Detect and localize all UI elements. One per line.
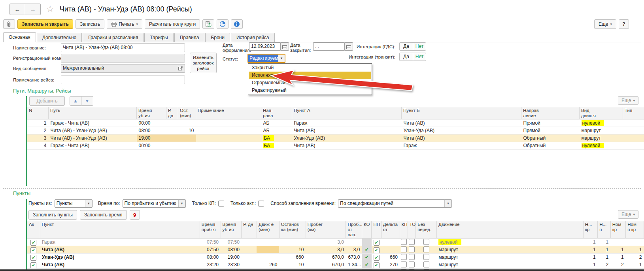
cell-to[interactable] (408, 246, 415, 254)
row-checkbox[interactable]: ✔ (374, 262, 380, 268)
calendar-icon-button[interactable] (280, 42, 289, 51)
cell-dep_time[interactable]: 00:00 (137, 119, 166, 127)
calc-semicircles-button[interactable]: Расчитать полу круги (145, 19, 200, 29)
trip-note-input[interactable] (61, 76, 185, 84)
date-open-input[interactable]: 12.09.2023 (249, 42, 280, 51)
cell-point_b[interactable]: Чита (АВ) (402, 119, 521, 127)
paths-row[interactable]: 1Гараж - Чита (АВ)00:00АБГаражЧита (АВ)П… (27, 119, 644, 127)
cell-r_dn[interactable] (166, 127, 178, 135)
cell-run_km[interactable]: 3,0 (306, 246, 346, 254)
cell-path[interactable]: Гараж - Чита (АВ) (49, 142, 137, 150)
cell-note[interactable] (196, 142, 261, 150)
chevron-down-icon[interactable]: ▾ (278, 55, 285, 62)
cell-bez[interactable] (416, 246, 437, 254)
cell-point_a[interactable]: Чита (АВ) (292, 142, 402, 150)
row-checkbox[interactable]: ✔ (374, 240, 380, 246)
cell-move_kind[interactable]: маршрут (580, 135, 623, 142)
cell-point_b[interactable]: Чита (АВ) (402, 135, 521, 142)
column-header[interactable]: Вид движ-я (580, 107, 623, 119)
row-checkbox[interactable] (401, 239, 407, 245)
cell-move_min[interactable] (257, 254, 279, 261)
tab-schedules[interactable]: Графики и расписания (83, 33, 144, 42)
column-header[interactable]: Путь (49, 107, 137, 119)
column-header[interactable]: Нап- равл (261, 107, 292, 119)
column-header[interactable]: Н... кр (583, 221, 598, 239)
save-and-close-button[interactable]: Записать и закрыть (17, 19, 73, 29)
print-button[interactable]: Печать ▾ (107, 19, 142, 29)
cell-run_from_start[interactable]: 673,0 (346, 254, 362, 261)
favorite-star-icon[interactable]: ☆ (46, 5, 54, 13)
cell-type[interactable] (623, 119, 644, 127)
cell-point_b[interactable]: Улан-Удэ (АВ) (402, 127, 521, 135)
move-down-button[interactable]: ▼ (81, 96, 93, 106)
cell-nom_p_kr[interactable]: 2 (626, 254, 644, 261)
cell-dep[interactable]: 23:30 (221, 261, 242, 269)
cell-to[interactable] (408, 239, 415, 246)
cell-path[interactable]: Гараж - Чита (АВ) (49, 119, 137, 127)
more-button[interactable]: Еще ▾ (594, 19, 616, 29)
row-checkbox[interactable] (409, 239, 415, 245)
only-act-checkbox[interactable] (258, 201, 264, 207)
cell-stop_min[interactable] (178, 142, 196, 150)
cell-dep_time[interactable]: 00:00 (137, 142, 166, 150)
points-row[interactable]: ✔Гараж07:5007:503,0✔нулевой11 (27, 239, 644, 246)
time-by-select[interactable]: По прибытию и убытию ▾ (123, 199, 186, 208)
column-header[interactable]: Р. дн (242, 221, 257, 239)
save-button[interactable]: Записать (76, 19, 104, 29)
cell-n[interactable]: 2 (27, 127, 49, 135)
row-checkbox[interactable]: ✔ (374, 255, 380, 261)
cell-point[interactable]: Чита (АВ) (40, 246, 200, 254)
column-header[interactable]: Пункт А (292, 107, 402, 119)
cell-run_from_start[interactable] (346, 239, 362, 246)
paths-row[interactable]: 2Чита (АВ) - Улан-Удэ (АВ)08:0010АБЧита … (27, 127, 644, 135)
column-header[interactable]: Движ-е (мин) (257, 221, 279, 239)
cell-type[interactable] (623, 135, 644, 142)
points-row[interactable]: ✔Улан-Удэ (АВ)08:0019:00660670,0673,0✔✔6… (27, 254, 644, 261)
tab-main[interactable]: Основная (3, 32, 36, 42)
cell-to[interactable] (408, 261, 415, 269)
column-header[interactable]: Проб... от нач. (346, 221, 362, 239)
cell-run_km[interactable]: 3,0 (306, 239, 346, 246)
cell-bez[interactable] (416, 254, 437, 261)
cell-delta[interactable]: 660 (381, 254, 400, 261)
column-header[interactable]: Без перед. (416, 221, 437, 239)
change-header-button[interactable]: Изменить заголовок рейса (190, 53, 217, 73)
cell-movement[interactable]: маршрут (436, 246, 583, 254)
column-header[interactable]: Дельта от (381, 221, 400, 239)
name-input[interactable]: Чита (АВ) - Улан-Удэ (АВ) 08:00 (61, 44, 185, 52)
column-header[interactable]: Ак (27, 221, 40, 239)
cell-movement[interactable]: маршрут (436, 261, 583, 269)
cell-dep[interactable]: 07:50 (221, 239, 242, 246)
cell-n_kr[interactable]: 1 (583, 239, 598, 246)
cell-to[interactable] (408, 254, 415, 261)
cell-pp[interactable]: ✔ (372, 246, 381, 254)
column-header[interactable]: Направ ление (521, 107, 580, 119)
row-checkbox[interactable]: ✔ (374, 247, 380, 253)
cell-move_kind[interactable]: нулевой (580, 142, 623, 150)
cell-n[interactable]: 4 (27, 142, 49, 150)
tab-bookings[interactable]: Брони (205, 33, 230, 42)
cell-direction[interactable]: Прямой (521, 119, 580, 127)
cell-n_kr[interactable]: 1 (583, 254, 598, 261)
cell-n_p[interactable]: 1 (598, 254, 611, 261)
cell-nom_p_kr[interactable] (626, 239, 644, 246)
cell-dep_time[interactable]: 08:00 (137, 127, 166, 135)
cell-r_dn[interactable] (242, 261, 257, 269)
cell-r_dn[interactable] (242, 246, 257, 254)
cell-nom_kr[interactable]: 2 (610, 261, 626, 269)
column-header[interactable]: Движение (436, 221, 583, 239)
cell-arr[interactable]: 08:00 (200, 254, 221, 261)
cell-path[interactable]: Чита (АВ) - Улан-Удэ (АВ) (49, 135, 137, 142)
cell-dep_time[interactable]: 19:00 (137, 135, 166, 142)
cell-ko[interactable]: ✔ (362, 261, 372, 269)
cell-direction[interactable]: Обратный (521, 135, 580, 142)
cell-n_p[interactable]: 2 (598, 261, 611, 269)
column-header[interactable]: Пробег (км) (306, 221, 346, 239)
row-checkbox[interactable]: ✔ (30, 255, 36, 261)
column-header[interactable]: КО (362, 221, 372, 239)
cell-dep[interactable]: 19:00 (221, 254, 242, 261)
cell-dir[interactable]: БА (261, 135, 292, 142)
cell-kp[interactable] (400, 254, 408, 261)
column-header[interactable]: Н... п (598, 221, 611, 239)
cell-point[interactable]: Чита (АВ) (40, 261, 200, 269)
